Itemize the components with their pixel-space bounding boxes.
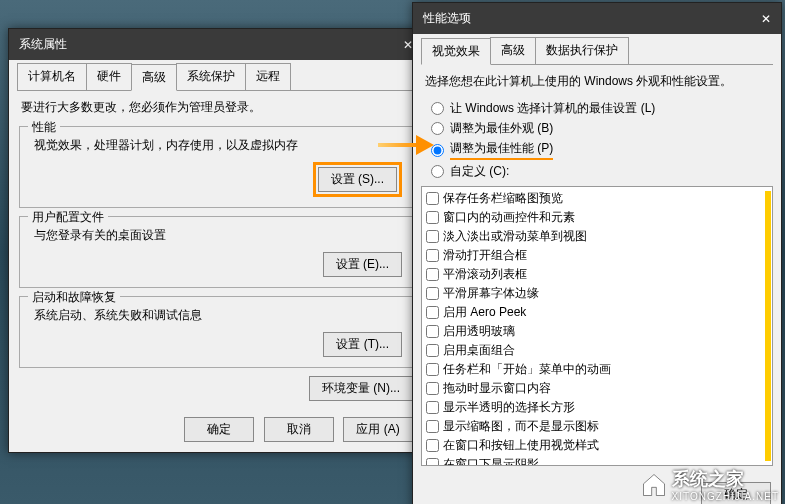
checkbox-input[interactable]	[426, 192, 439, 205]
checkbox-input[interactable]	[426, 382, 439, 395]
apply-button[interactable]: 应用 (A)	[343, 417, 413, 442]
tab-dep[interactable]: 数据执行保护	[535, 37, 629, 64]
settings-button-performance[interactable]: 设置 (S)...	[318, 167, 397, 192]
radio-custom[interactable]: 自定义 (C):	[431, 163, 773, 180]
environment-variables-button[interactable]: 环境变量 (N)...	[309, 376, 413, 401]
checklist-item[interactable]: 启用透明玻璃	[424, 322, 770, 341]
checklist-item[interactable]: 在窗口下显示阴影	[424, 455, 770, 466]
tab-visual-effects[interactable]: 视觉效果	[421, 38, 491, 65]
checklist-label: 在窗口下显示阴影	[443, 456, 539, 466]
radio-input[interactable]	[431, 165, 444, 178]
radio-label: 让 Windows 选择计算机的最佳设置 (L)	[450, 100, 655, 117]
radio-input[interactable]	[431, 122, 444, 135]
settings-button-startup[interactable]: 设置 (T)...	[323, 332, 402, 357]
checkbox-input[interactable]	[426, 211, 439, 224]
group-startup-recovery: 启动和故障恢复 系统启动、系统失败和调试信息 设置 (T)...	[19, 296, 413, 368]
checklist-label: 显示缩略图，而不是显示图标	[443, 418, 599, 435]
dialog-button-row: 确定 取消 应用 (A)	[9, 409, 423, 452]
radio-label: 调整为最佳外观 (B)	[450, 120, 553, 137]
checkbox-input[interactable]	[426, 458, 439, 466]
tab-remote[interactable]: 远程	[245, 63, 291, 90]
group-legend: 性能	[28, 119, 60, 136]
checkbox-input[interactable]	[426, 287, 439, 300]
radio-label: 自定义 (C):	[450, 163, 509, 180]
group-performance: 性能 视觉效果，处理器计划，内存使用，以及虚拟内存 设置 (S)...	[19, 126, 413, 208]
checklist-label: 保存任务栏缩略图预览	[443, 190, 563, 207]
settings-button-profile[interactable]: 设置 (E)...	[323, 252, 402, 277]
radio-best-appearance[interactable]: 调整为最佳外观 (B)	[431, 120, 773, 137]
checklist-item[interactable]: 平滑屏幕字体边缘	[424, 284, 770, 303]
checklist-item[interactable]: 启用桌面组合	[424, 341, 770, 360]
checklist-label: 滑动打开组合框	[443, 247, 527, 264]
checkbox-input[interactable]	[426, 230, 439, 243]
checklist-label: 任务栏和「开始」菜单中的动画	[443, 361, 611, 378]
close-icon[interactable]: ✕	[761, 12, 771, 26]
group-legend: 用户配置文件	[28, 209, 108, 226]
tab-system-protection[interactable]: 系统保护	[176, 63, 246, 90]
highlight-annotation: 设置 (S)...	[313, 162, 402, 197]
checklist-label: 启用透明玻璃	[443, 323, 515, 340]
tabstrip-left: 计算机名 硬件 高级 系统保护 远程	[17, 63, 415, 91]
radio-let-windows[interactable]: 让 Windows 选择计算机的最佳设置 (L)	[431, 100, 773, 117]
checklist-item[interactable]: 滑动打开组合框	[424, 246, 770, 265]
radio-input[interactable]	[431, 144, 444, 157]
checklist-item[interactable]: 显示半透明的选择长方形	[424, 398, 770, 417]
checklist-label: 拖动时显示窗口内容	[443, 380, 551, 397]
titlebar: 性能选项 ✕	[413, 3, 781, 34]
scrollbar-indicator	[765, 191, 771, 461]
radio-best-performance[interactable]: 调整为最佳性能 (P)	[431, 140, 773, 160]
checklist-item[interactable]: 淡入淡出或滑动菜单到视图	[424, 227, 770, 246]
radio-label: 调整为最佳性能 (P)	[450, 140, 553, 160]
checkbox-input[interactable]	[426, 439, 439, 452]
checklist-item[interactable]: 拖动时显示窗口内容	[424, 379, 770, 398]
checkbox-input[interactable]	[426, 363, 439, 376]
checklist-item[interactable]: 启用 Aero Peek	[424, 303, 770, 322]
checkbox-input[interactable]	[426, 325, 439, 338]
radio-group: 让 Windows 选择计算机的最佳设置 (L) 调整为最佳外观 (B) 调整为…	[431, 100, 773, 180]
checklist-item[interactable]: 在窗口和按钮上使用视觉样式	[424, 436, 770, 455]
performance-options-dialog: 性能选项 ✕ 视觉效果 高级 数据执行保护 选择您想在此计算机上使用的 Wind…	[412, 2, 782, 504]
checklist-item[interactable]: 任务栏和「开始」菜单中的动画	[424, 360, 770, 379]
radio-input[interactable]	[431, 102, 444, 115]
checkbox-input[interactable]	[426, 306, 439, 319]
cancel-button[interactable]: 取消	[264, 417, 334, 442]
checklist-item[interactable]: 显示缩略图，而不是显示图标	[424, 417, 770, 436]
group-desc: 系统启动、系统失败和调试信息	[34, 307, 402, 324]
dialog-button-row: 确定	[413, 474, 781, 504]
checklist-item[interactable]: 保存任务栏缩略图预览	[424, 189, 770, 208]
checklist-item[interactable]: 平滑滚动列表框	[424, 265, 770, 284]
checklist-label: 启用桌面组合	[443, 342, 515, 359]
dialog-title: 系统属性	[19, 36, 67, 53]
tab-computer-name[interactable]: 计算机名	[17, 63, 87, 90]
ok-button[interactable]: 确定	[184, 417, 254, 442]
intro-text: 选择您想在此计算机上使用的 Windows 外观和性能设置。	[425, 73, 769, 90]
tab-advanced[interactable]: 高级	[490, 37, 536, 64]
checkbox-input[interactable]	[426, 268, 439, 281]
checkbox-input[interactable]	[426, 420, 439, 433]
checkbox-input[interactable]	[426, 249, 439, 262]
group-user-profile: 用户配置文件 与您登录有关的桌面设置 设置 (E)...	[19, 216, 413, 288]
ok-button[interactable]: 确定	[701, 482, 771, 504]
checkbox-input[interactable]	[426, 344, 439, 357]
visual-effects-checklist[interactable]: 保存任务栏缩略图预览窗口内的动画控件和元素淡入淡出或滑动菜单到视图滑动打开组合框…	[421, 186, 773, 466]
checklist-label: 平滑滚动列表框	[443, 266, 527, 283]
dialog-title: 性能选项	[423, 10, 471, 27]
tab-hardware[interactable]: 硬件	[86, 63, 132, 90]
checklist-label: 淡入淡出或滑动菜单到视图	[443, 228, 587, 245]
titlebar: 系统属性 ✕	[9, 29, 423, 60]
checkbox-input[interactable]	[426, 401, 439, 414]
group-desc: 与您登录有关的桌面设置	[34, 227, 402, 244]
group-legend: 启动和故障恢复	[28, 289, 120, 306]
checklist-label: 窗口内的动画控件和元素	[443, 209, 575, 226]
system-properties-dialog: 系统属性 ✕ 计算机名 硬件 高级 系统保护 远程 要进行大多数更改，您必须作为…	[8, 28, 424, 453]
tabstrip-right: 视觉效果 高级 数据执行保护	[421, 37, 773, 65]
checklist-label: 显示半透明的选择长方形	[443, 399, 575, 416]
checklist-label: 平滑屏幕字体边缘	[443, 285, 539, 302]
checklist-label: 在窗口和按钮上使用视觉样式	[443, 437, 599, 454]
intro-text: 要进行大多数更改，您必须作为管理员登录。	[21, 99, 411, 116]
checklist-item[interactable]: 窗口内的动画控件和元素	[424, 208, 770, 227]
checklist-label: 启用 Aero Peek	[443, 304, 526, 321]
tab-advanced[interactable]: 高级	[131, 64, 177, 91]
group-desc: 视觉效果，处理器计划，内存使用，以及虚拟内存	[34, 137, 402, 154]
